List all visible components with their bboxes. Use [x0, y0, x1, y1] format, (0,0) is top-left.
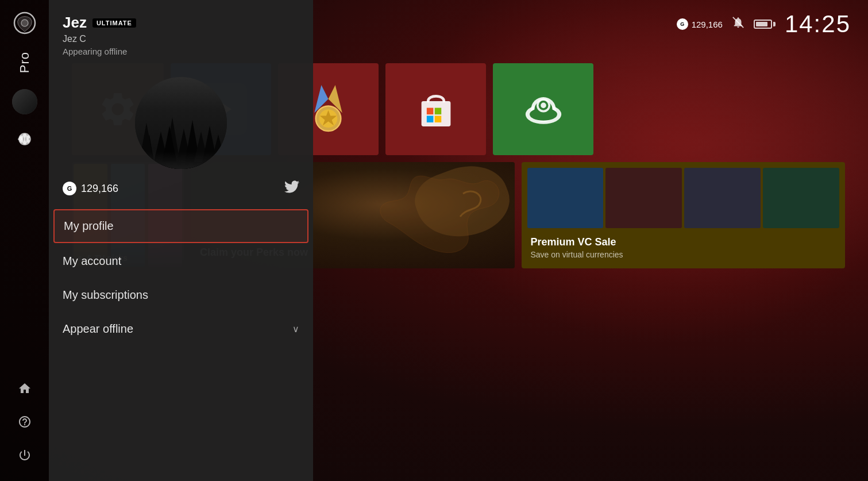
chevron-down-icon: ∨ — [292, 324, 299, 334]
tile-vc-title: Premium VC Sale — [531, 236, 623, 249]
profile-header: Jez ULTIMATE Jez C Appearing offline — [49, 14, 313, 68]
vc-game-thumb-1 — [527, 168, 604, 228]
svg-rect-20 — [426, 107, 433, 114]
vc-game-thumb-4 — [763, 168, 839, 228]
notification-bell-icon[interactable] — [732, 16, 744, 32]
vc-game-thumb-3 — [684, 168, 761, 228]
menu-list: My profile My account My subscriptions A… — [49, 208, 313, 481]
menu-item-label-my-profile: My profile — [64, 220, 114, 233]
profile-avatar-container — [49, 68, 313, 180]
topbar-gs-icon: G — [677, 18, 688, 30]
sidebar-item-power[interactable] — [10, 441, 39, 470]
gamerscore-display: G 129,166 — [63, 182, 118, 195]
svg-rect-22 — [426, 116, 433, 122]
menu-item-label-my-subscriptions: My subscriptions — [63, 288, 148, 302]
tile-premium-vc[interactable]: Premium VC Sale Save on virtual currenci… — [522, 162, 846, 268]
profile-username: Jez — [63, 14, 87, 32]
ultimate-badge: ULTIMATE — [92, 18, 136, 28]
sidebar-item-home[interactable] — [10, 374, 39, 403]
xbox-logo-icon[interactable] — [13, 11, 36, 34]
tile-vc-subtitle: Save on virtual currencies — [531, 250, 623, 259]
top-bar: G 129,166 14:25 — [659, 0, 868, 48]
gamerscore-value: 129,166 — [81, 183, 118, 195]
menu-item-label-appear-offline: Appear offline — [63, 322, 133, 336]
gamerscore-icon: G — [63, 182, 76, 195]
menu-item-my-subscriptions[interactable]: My subscriptions — [49, 278, 313, 312]
sidebar: Pro — [0, 0, 49, 481]
profile-status: Appearing offline — [63, 47, 299, 56]
profile-panel: Jez ULTIMATE Jez C Appearing offline — [49, 0, 313, 481]
battery-icon — [754, 20, 776, 29]
sidebar-section-label: Pro — [17, 52, 32, 73]
tile-gamepass[interactable] — [493, 63, 593, 155]
topbar-gs-value: 129,166 — [692, 20, 723, 29]
menu-item-label-my-account: My account — [63, 255, 121, 268]
sidebar-item-settings[interactable] — [10, 125, 39, 153]
profile-stats-row: G 129,166 — [49, 180, 313, 208]
twitter-icon[interactable] — [284, 180, 299, 197]
svg-rect-23 — [434, 116, 441, 122]
sidebar-user-avatar[interactable] — [12, 89, 37, 114]
profile-realname: Jez C — [63, 34, 299, 44]
svg-point-1 — [21, 20, 28, 26]
menu-item-my-account[interactable]: My account — [49, 244, 313, 278]
vc-game-thumb-2 — [605, 168, 682, 228]
tile-store[interactable] — [385, 63, 486, 155]
topbar-gamerscore: G 129,166 — [677, 18, 723, 30]
menu-item-my-profile[interactable]: My profile — [53, 209, 308, 243]
menu-item-appear-offline[interactable]: Appear offline ∨ — [49, 312, 313, 346]
sidebar-item-help[interactable] — [10, 407, 39, 436]
svg-rect-21 — [434, 107, 441, 114]
tile-vc-text: Premium VC Sale Save on virtual currenci… — [531, 236, 623, 259]
system-clock: 14:25 — [785, 10, 851, 38]
svg-point-30 — [541, 103, 546, 109]
profile-avatar[interactable] — [135, 77, 227, 169]
